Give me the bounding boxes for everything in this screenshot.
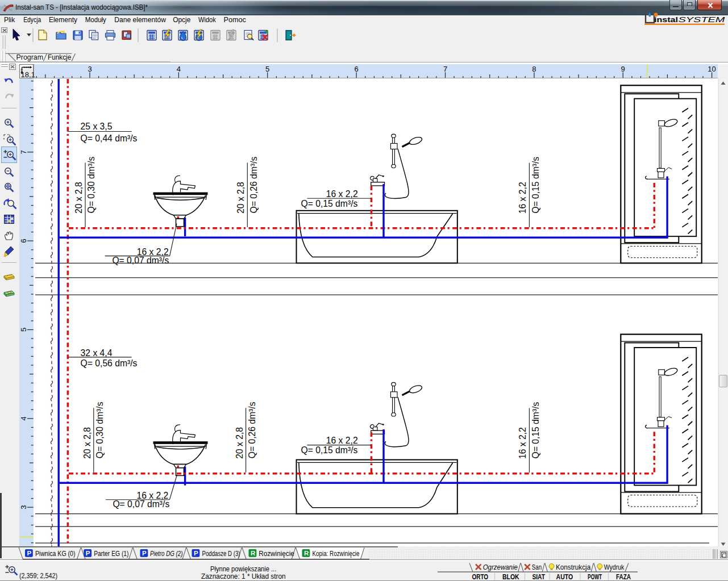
svg-text:Q= 0,15 dm³/s: Q= 0,15 dm³/s (531, 157, 540, 214)
svg-text:4: 4 (19, 416, 27, 420)
svg-text:R: R (251, 550, 256, 557)
svg-text:Q= 0,30 dm³/s: Q= 0,30 dm³/s (86, 157, 96, 214)
svg-text:Q= 0,15 dm³/s: Q= 0,15 dm³/s (301, 445, 358, 455)
svg-text:ORTO: ORTO (472, 572, 489, 581)
svg-text:Funkcje: Funkcje (48, 53, 71, 61)
svg-text:4: 4 (177, 64, 181, 73)
svg-text:Moduły: Moduły (85, 15, 107, 24)
svg-text:instal: instal (654, 15, 678, 24)
svg-text:3: 3 (88, 64, 91, 73)
svg-text:Q= 0,26 dm³/s: Q= 0,26 dm³/s (249, 157, 259, 214)
svg-text:5: 5 (19, 328, 27, 332)
svg-text:Piwnica KG (0): Piwnica KG (0) (35, 549, 76, 558)
svg-text:Pietro DG (2): Pietro DG (2) (150, 549, 183, 558)
svg-text:7: 7 (443, 64, 447, 73)
svg-text:P: P (27, 550, 31, 557)
svg-text:16 x 2,2: 16 x 2,2 (326, 189, 358, 199)
svg-text:P: P (86, 550, 90, 557)
svg-text:San: San (532, 563, 542, 571)
svg-text:18,1: 18,1 (20, 70, 35, 78)
svg-text:5: 5 (265, 64, 269, 73)
svg-text:Q= 0,30 dm³/s: Q= 0,30 dm³/s (95, 402, 105, 458)
svg-text:8: 8 (532, 64, 536, 73)
svg-text:20 x 2,8: 20 x 2,8 (74, 182, 84, 214)
svg-text:20 x 2,8: 20 x 2,8 (82, 427, 92, 459)
svg-text:P: P (142, 550, 147, 557)
svg-text:Konstrukcja: Konstrukcja (556, 563, 591, 571)
svg-text:AUTO: AUTO (556, 572, 573, 581)
svg-text:3: 3 (19, 505, 27, 509)
svg-text:P: P (194, 550, 198, 557)
svg-text:Instal-san TS - [Instalacja wo: Instal-san TS - [Instalacja wodociągowa.… (15, 3, 148, 11)
svg-text:Program: Program (16, 53, 44, 61)
svg-text:9: 9 (621, 64, 625, 73)
svg-text:32 x 4,4: 32 x 4,4 (81, 348, 113, 358)
svg-text:Q= 0,15 dm³/s: Q= 0,15 dm³/s (531, 402, 540, 459)
svg-text:Q= 0,44 dm³/s: Q= 0,44 dm³/s (81, 133, 138, 143)
svg-text:Elementy: Elementy (49, 15, 78, 24)
svg-text:SIAT: SIAT (532, 572, 545, 581)
svg-text:16 x 2,2: 16 x 2,2 (518, 427, 527, 459)
svg-text:Ogrzewanie: Ogrzewanie (483, 563, 518, 571)
svg-text:Pomoc: Pomoc (224, 15, 247, 24)
svg-text:Opcje: Opcje (173, 15, 190, 24)
svg-text:Widok: Widok (198, 15, 216, 24)
svg-text:Kopia: Rozwinięcie: Kopia: Rozwinięcie (313, 549, 360, 558)
svg-text:7: 7 (19, 150, 27, 154)
svg-text:20 x 2,8: 20 x 2,8 (236, 182, 246, 214)
svg-text:16 x 2,2: 16 x 2,2 (518, 182, 527, 214)
svg-text:SYSTEM: SYSTEM (679, 15, 725, 24)
svg-text:6: 6 (354, 64, 358, 73)
svg-text:Dane elementów: Dane elementów (114, 15, 166, 24)
svg-text:BLOK: BLOK (502, 572, 519, 581)
svg-text:Rozwinięcie: Rozwinięcie (259, 549, 294, 558)
svg-text:Q= 0,26 dm³/s: Q= 0,26 dm³/s (247, 402, 257, 458)
svg-text:Poddasze D (3): Poddasze D (3) (202, 549, 240, 558)
svg-text:Q= 0,15 dm³/s: Q= 0,15 dm³/s (301, 199, 358, 208)
svg-text:Wydruk: Wydruk (604, 563, 625, 571)
svg-text:POWT: POWT (588, 572, 602, 581)
svg-text:Parter EG (1): Parter EG (1) (94, 549, 128, 558)
svg-text:Plik: Plik (4, 15, 15, 24)
svg-text:Q= 0,07 dm³/s: Q= 0,07 dm³/s (112, 256, 169, 265)
svg-text:Edycja: Edycja (23, 15, 41, 24)
svg-text:10: 10 (708, 64, 715, 73)
svg-text:FAZA: FAZA (616, 572, 631, 581)
svg-text:Q= 0,07 dm³/s: Q= 0,07 dm³/s (113, 499, 169, 509)
svg-text:25 x 3,5: 25 x 3,5 (81, 122, 113, 131)
svg-text:16 x 2,2: 16 x 2,2 (326, 436, 358, 445)
svg-text:6: 6 (19, 239, 27, 243)
svg-text:20 x 2,8: 20 x 2,8 (235, 427, 244, 459)
svg-text:R: R (304, 550, 309, 557)
svg-text:Q= 0,56 dm³/s: Q= 0,56 dm³/s (81, 358, 138, 368)
